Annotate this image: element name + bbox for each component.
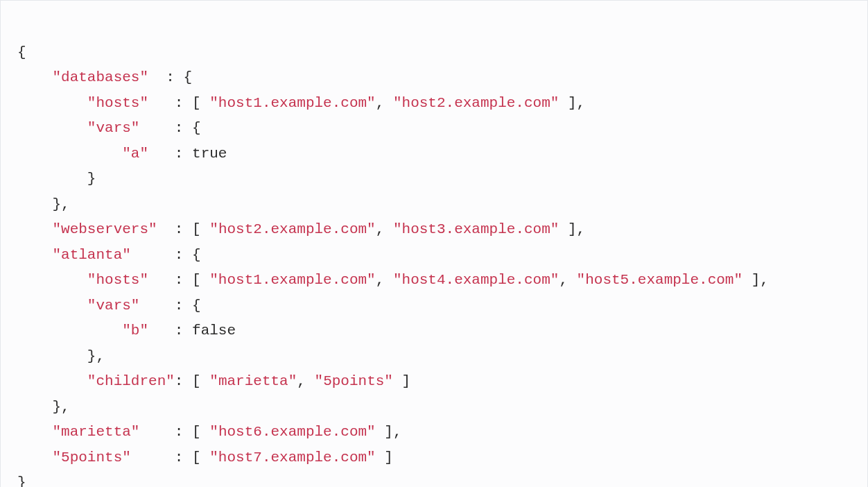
code-line: },	[17, 348, 105, 364]
json-key: "a"	[122, 146, 148, 162]
code-line: "atlanta" : {	[17, 247, 201, 263]
json-string: "host3.example.com"	[393, 221, 559, 237]
json-key: "hosts"	[87, 95, 148, 111]
code-line: "hosts" : [ "host1.example.com", "host4.…	[17, 272, 769, 288]
json-key: "marietta"	[52, 424, 139, 440]
code-line: "marietta" : [ "host6.example.com" ],	[17, 424, 402, 440]
code-line: "hosts" : [ "host1.example.com", "host2.…	[17, 95, 585, 111]
code-line: "vars" : {	[17, 298, 201, 314]
json-string: "host1.example.com"	[209, 95, 375, 111]
json-string: "host7.example.com"	[209, 450, 375, 465]
code-line: "vars" : {	[17, 120, 201, 136]
json-key: "vars"	[87, 298, 140, 314]
code-line: }	[17, 475, 26, 487]
json-code-block: { "databases" : { "hosts" : [ "host1.exa…	[0, 0, 868, 487]
code-line: "databases" : {	[17, 69, 192, 85]
json-string: "host1.example.com"	[209, 272, 375, 288]
json-key: "b"	[122, 323, 148, 339]
json-key: "webservers"	[52, 221, 157, 237]
json-string: "host2.example.com"	[393, 95, 559, 111]
code-line: "webservers" : [ "host2.example.com", "h…	[17, 221, 585, 237]
json-key: "5points"	[52, 450, 130, 465]
json-literal: false	[192, 323, 236, 339]
json-key: "databases"	[52, 69, 148, 85]
code-line: "5points" : [ "host7.example.com" ]	[17, 450, 393, 465]
code-line: "children": [ "marietta", "5points" ]	[17, 373, 410, 389]
json-string: "host6.example.com"	[209, 424, 375, 440]
json-key: "hosts"	[87, 272, 148, 288]
json-string: "host5.example.com"	[577, 272, 743, 288]
code-line: },	[17, 399, 70, 415]
code-line: "b" : false	[17, 323, 236, 339]
json-string: "marietta"	[209, 373, 297, 389]
code-line: {	[17, 44, 26, 60]
json-string: "host4.example.com"	[393, 272, 559, 288]
json-string: "host2.example.com"	[209, 221, 375, 237]
json-string: "5points"	[315, 373, 393, 389]
json-key: "atlanta"	[52, 247, 130, 263]
code-line: "a" : true	[17, 146, 227, 162]
json-key: "vars"	[87, 120, 140, 136]
json-literal: true	[192, 146, 227, 162]
code-line: }	[17, 171, 96, 187]
code-line: },	[17, 196, 70, 212]
json-key: "children"	[87, 373, 175, 389]
